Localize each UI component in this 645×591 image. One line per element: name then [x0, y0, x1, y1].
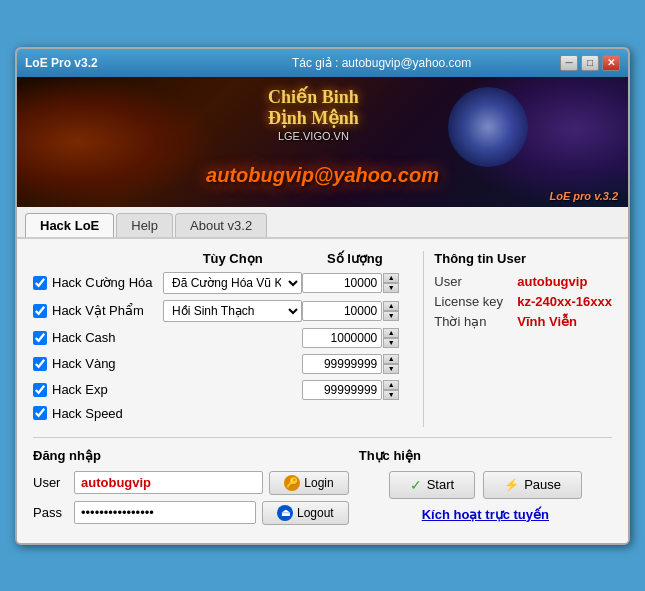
- hack-vang-label[interactable]: Hack Vàng: [33, 356, 163, 371]
- hack-vang-quantity-wrapper: ▲ ▼: [302, 354, 407, 374]
- tabs-bar: Hack LoE Help About v3.2: [17, 207, 628, 239]
- hack-exp-checkbox[interactable]: [33, 383, 47, 397]
- hack-cuong-hoa-spinners: ▲ ▼: [383, 273, 399, 293]
- banner-version: LoE pro v.3.2: [550, 190, 618, 202]
- banner-game-sub: LGE.VIGO.VN: [268, 130, 359, 142]
- hack-speed-checkbox[interactable]: [33, 406, 47, 420]
- user-info-expiry-value: Vĩnh Viễn: [517, 314, 577, 329]
- col-option-header: Tùy Chọn: [163, 251, 302, 266]
- activate-link[interactable]: Kích hoạt trực tuyến: [359, 507, 612, 522]
- pause-button[interactable]: ⚡ Pause: [483, 471, 582, 499]
- hack-vang-spinners: ▲ ▼: [383, 354, 399, 374]
- banner-dragon-bg: [17, 77, 217, 207]
- login-user-input[interactable]: [74, 471, 263, 494]
- login-icon: 🔑: [284, 475, 300, 491]
- logout-button[interactable]: ⏏ Logout: [262, 501, 349, 525]
- hack-vang-checkbox[interactable]: [33, 357, 47, 371]
- user-info-title: Thông tin User: [434, 251, 612, 266]
- hack-exp-label[interactable]: Hack Exp: [33, 382, 163, 397]
- spin-up-exp[interactable]: ▲: [383, 380, 399, 390]
- banner-game-title-line2: Định Mệnh: [268, 108, 359, 130]
- col-quantity-header: Số lượng: [302, 251, 407, 266]
- hack-exp-spinners: ▲ ▼: [383, 380, 399, 400]
- user-info-user-row: User autobugvip: [434, 274, 612, 289]
- banner-orb: [448, 87, 528, 167]
- banner-title-block: Chiến Binh Định Mệnh LGE.VIGO.VN: [268, 87, 359, 142]
- hack-options-panel: Tùy Chọn Số lượng Hack Cường Hóa Đã Cườn…: [33, 251, 407, 427]
- banner-game-title-line1: Chiến Binh: [268, 87, 359, 109]
- action-buttons: ✓ Start ⚡ Pause: [359, 471, 612, 499]
- window-author: Tác giả : autobugvip@yahoo.com: [203, 56, 560, 70]
- tab-help[interactable]: Help: [116, 213, 173, 237]
- login-user-row: User 🔑 Login: [33, 471, 349, 495]
- spin-up-cuong-hoa[interactable]: ▲: [383, 273, 399, 283]
- login-pass-label: Pass: [33, 505, 68, 520]
- spin-up-vang[interactable]: ▲: [383, 354, 399, 364]
- user-info-expiry-row: Thời hạn Vĩnh Viễn: [434, 314, 612, 329]
- hack-cuong-hoa-quantity-wrapper: ▲ ▼: [302, 273, 407, 293]
- banner: Chiến Binh Định Mệnh LGE.VIGO.VN autobug…: [17, 77, 628, 207]
- minimize-button[interactable]: ─: [560, 55, 578, 71]
- title-bar: LoE Pro v3.2 Tác giả : autobugvip@yahoo.…: [17, 49, 628, 77]
- spin-up-vat-pham[interactable]: ▲: [383, 301, 399, 311]
- tab-hack-loe[interactable]: Hack LoE: [25, 213, 114, 237]
- login-button[interactable]: 🔑 Login: [269, 471, 348, 495]
- hack-row-vat-pham: Hack Vật Phẩm Hồi Sinh Thạch ▲ ▼: [33, 300, 407, 322]
- hack-cash-checkbox[interactable]: [33, 331, 47, 345]
- bottom-section: Đăng nhập User 🔑 Login Pass ⏏ Logout: [33, 448, 612, 531]
- hack-row-vang: Hack Vàng ▲ ▼: [33, 354, 407, 374]
- user-info-user-value: autobugvip: [517, 274, 587, 289]
- start-button[interactable]: ✓ Start: [389, 471, 475, 499]
- hack-cash-label[interactable]: Hack Cash: [33, 330, 163, 345]
- hack-speed-label[interactable]: Hack Speed: [33, 406, 163, 421]
- spin-down-vat-pham[interactable]: ▼: [383, 311, 399, 321]
- spin-up-cash[interactable]: ▲: [383, 328, 399, 338]
- user-info-panel: Thông tin User User autobugvip License k…: [423, 251, 612, 427]
- hack-exp-quantity[interactable]: [302, 380, 382, 400]
- action-section: Thực hiện ✓ Start ⚡ Pause Kích hoạt trực…: [359, 448, 612, 531]
- hack-cuong-hoa-label[interactable]: Hack Cường Hóa: [33, 275, 163, 290]
- window-title: LoE Pro v3.2: [25, 56, 203, 70]
- hack-vat-pham-quantity-wrapper: ▲ ▼: [302, 301, 407, 321]
- spin-down-cuong-hoa[interactable]: ▼: [383, 283, 399, 293]
- hack-cuong-hoa-select[interactable]: Đã Cường Hóa Vũ Khí: [163, 272, 302, 294]
- login-pass-input[interactable]: [74, 501, 256, 524]
- tab-about[interactable]: About v3.2: [175, 213, 267, 237]
- hack-vat-pham-select[interactable]: Hồi Sinh Thạch: [163, 300, 302, 322]
- hack-row-cuong-hoa: Hack Cường Hóa Đã Cường Hóa Vũ Khí ▲ ▼: [33, 272, 407, 294]
- user-info-license-row: License key kz-240xx-16xxx: [434, 294, 612, 309]
- main-window: LoE Pro v3.2 Tác giả : autobugvip@yahoo.…: [15, 47, 630, 545]
- close-button[interactable]: ✕: [602, 55, 620, 71]
- hack-cuong-hoa-checkbox[interactable]: [33, 276, 47, 290]
- user-info-expiry-label: Thời hạn: [434, 314, 509, 329]
- login-user-label: User: [33, 475, 68, 490]
- login-title: Đăng nhập: [33, 448, 349, 463]
- banner-email: autobugvip@yahoo.com: [206, 164, 439, 187]
- hack-vat-pham-checkbox[interactable]: [33, 304, 47, 318]
- content-area: Tùy Chọn Số lượng Hack Cường Hóa Đã Cườn…: [17, 239, 628, 543]
- maximize-button[interactable]: □: [581, 55, 599, 71]
- spin-down-vang[interactable]: ▼: [383, 364, 399, 374]
- hack-cuong-hoa-quantity[interactable]: [302, 273, 382, 293]
- user-info-license-label: License key: [434, 294, 509, 309]
- spin-down-cash[interactable]: ▼: [383, 338, 399, 348]
- hack-cash-quantity[interactable]: [302, 328, 382, 348]
- hack-exp-quantity-wrapper: ▲ ▼: [302, 380, 407, 400]
- hack-row-exp: Hack Exp ▲ ▼: [33, 380, 407, 400]
- hack-vat-pham-label[interactable]: Hack Vật Phẩm: [33, 303, 163, 318]
- hack-vat-pham-spinners: ▲ ▼: [383, 301, 399, 321]
- logout-icon: ⏏: [277, 505, 293, 521]
- section-divider: [33, 437, 612, 438]
- col-empty: [33, 251, 163, 266]
- hack-vang-quantity[interactable]: [302, 354, 382, 374]
- hack-row-speed: Hack Speed: [33, 406, 407, 421]
- login-section: Đăng nhập User 🔑 Login Pass ⏏ Logout: [33, 448, 349, 531]
- hack-vat-pham-quantity[interactable]: [302, 301, 382, 321]
- login-pass-row: Pass ⏏ Logout: [33, 501, 349, 525]
- start-icon: ✓: [410, 477, 422, 493]
- spin-down-exp[interactable]: ▼: [383, 390, 399, 400]
- user-info-user-label: User: [434, 274, 509, 289]
- hack-cash-spinners: ▲ ▼: [383, 328, 399, 348]
- window-controls: ─ □ ✕: [560, 55, 620, 71]
- column-headers: Tùy Chọn Số lượng: [33, 251, 407, 266]
